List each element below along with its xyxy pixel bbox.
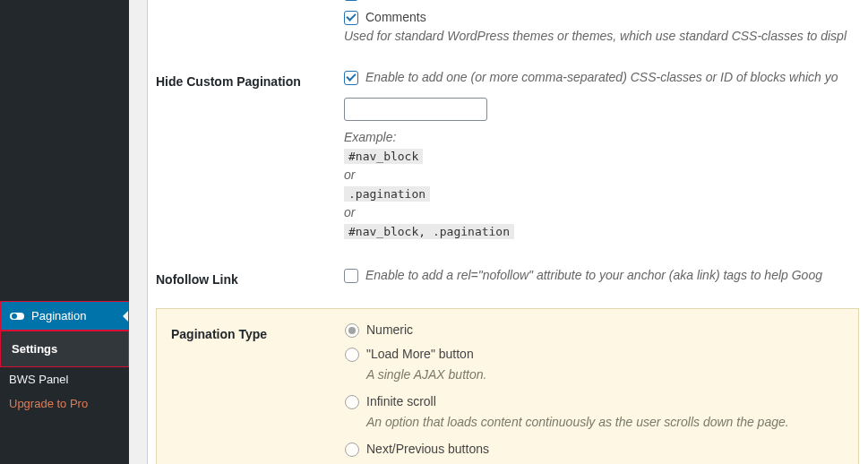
comments-checkbox[interactable] bbox=[344, 11, 358, 25]
radio-infinite[interactable] bbox=[345, 395, 359, 409]
radio-loadmore-desc: A single AJAX button. bbox=[366, 367, 849, 382]
comments-label: Comments bbox=[365, 10, 426, 24]
sidebar-item-bws-panel[interactable]: BWS Panel bbox=[0, 367, 129, 391]
sidebar-item-upgrade[interactable]: Upgrade to Pro bbox=[0, 391, 129, 416]
radio-infinite-desc: An option that loads content continuousl… bbox=[366, 415, 849, 429]
hide-custom-checkbox[interactable] bbox=[344, 71, 358, 85]
pagination-type-heading: Pagination Type bbox=[157, 309, 336, 464]
example-code: #nav_block bbox=[344, 149, 423, 164]
radio-loadmore-label: "Load More" button bbox=[366, 347, 474, 361]
content-gap bbox=[129, 0, 147, 464]
nofollow-checkbox[interactable] bbox=[344, 269, 358, 283]
radio-loadmore[interactable] bbox=[345, 348, 359, 362]
hide-custom-label: Enable to add one (or more comma-separat… bbox=[365, 70, 838, 84]
admin-sidebar: Pagination Settings BWS Panel Upgrade to… bbox=[0, 0, 129, 464]
pagination-icon bbox=[10, 313, 24, 320]
radio-nextprev[interactable] bbox=[345, 443, 359, 457]
example-code: .pagination bbox=[344, 186, 430, 202]
radio-nextprev-label: Next/Previous buttons bbox=[366, 442, 489, 456]
radio-infinite-label: Infinite scroll bbox=[366, 394, 436, 408]
hide-custom-input[interactable] bbox=[344, 98, 487, 121]
main-area: Paginated posts/pages Comments Used for … bbox=[147, 0, 868, 464]
hide-custom-pagination-heading: Hide Custom Pagination bbox=[156, 56, 335, 254]
sidebar-item-label: Pagination bbox=[31, 309, 86, 322]
radio-numeric-label: Numeric bbox=[366, 322, 413, 337]
settings-table: Paginated posts/pages Comments Used for … bbox=[156, 0, 868, 305]
sidebar-submenu: Settings bbox=[0, 331, 129, 367]
nofollow-heading: Nofollow Link bbox=[156, 254, 335, 305]
comments-description: Used for standard WordPress themes or th… bbox=[344, 29, 859, 43]
hide-custom-example: Example: #nav_block or .pagination or #n… bbox=[344, 128, 859, 241]
sidebar-item-pagination[interactable]: Pagination bbox=[0, 301, 129, 331]
example-code: #nav_block, .pagination bbox=[344, 224, 514, 239]
pro-features-box: Pagination Type Numeric "Load More" butt… bbox=[156, 308, 859, 464]
paginated-checkbox[interactable] bbox=[344, 0, 358, 1]
sidebar-subitem-settings[interactable]: Settings bbox=[1, 337, 128, 361]
radio-numeric[interactable] bbox=[345, 323, 359, 338]
nofollow-label: Enable to add a rel="nofollow" attribute… bbox=[365, 268, 822, 282]
settings-panel: Paginated posts/pages Comments Used for … bbox=[147, 0, 868, 464]
